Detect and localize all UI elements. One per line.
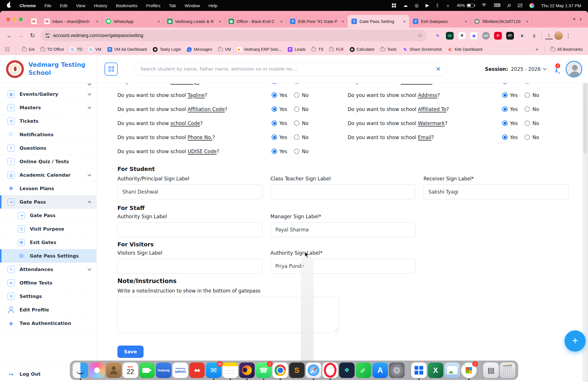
radio-unselected-icon[interactable] [294,120,299,126]
save-button[interactable]: Save [117,346,144,358]
menu-tab[interactable]: Tab [169,3,176,8]
dock-app-facetime[interactable] [139,362,155,378]
radio-yes[interactable]: Yes [502,120,518,126]
sidebar-item-lesson-plans[interactable]: ❖Lesson Plans [0,182,96,195]
radio-unselected-icon[interactable] [525,106,530,112]
reload-button[interactable]: ↻ [28,32,37,39]
tab-exit-gatepass[interactable]: VExit Gatepass× [409,15,471,28]
dock-app-red-diamond-app[interactable]: ◆◆ [189,362,205,378]
menu-window[interactable]: Window [185,3,200,8]
menu-help[interactable]: Help [208,3,217,8]
radio-yes[interactable]: Yes [502,83,518,84]
site-settings-icon[interactable] [45,34,50,37]
apple-menu-icon[interactable] [7,3,11,8]
radio-selected-icon[interactable] [272,92,277,98]
dock-app-system-settings[interactable]: ⚙ [389,362,405,378]
modules-grid-button[interactable] [105,63,118,76]
notifications-button[interactable]: 0 [556,66,557,72]
menu-view[interactable]: View [76,3,85,8]
user-avatar[interactable] [566,61,582,77]
keyboard-icon[interactable]: ⌨ [494,3,500,8]
bookmark-calculator[interactable]: ⊕Calculator [350,47,375,52]
dock-app-app-store[interactable]: A [372,362,388,378]
sidebar-item-notifications[interactable]: ⚐Notifications [0,128,96,141]
wifi-icon[interactable] [481,3,487,8]
menu-bookmarks[interactable]: Bookmarks [116,3,138,8]
sidebar-item-questions[interactable]: ?Questions [0,141,96,155]
sidebar-item-online-quiz-tests[interactable]: ✓Online Quiz / Tests [0,155,96,168]
spotlight-icon[interactable]: ⚲ [506,2,512,9]
tab-close-icon[interactable]: × [280,19,283,24]
clipboard-icon[interactable]: ▯ [530,32,538,40]
sidebar-item-tickets[interactable]: ✉Tickets [0,114,96,128]
bookmark-share-screenshot[interactable]: ✎Share Screenshot [403,47,442,52]
field-input[interactable] [270,222,415,237]
radio-unselected-icon[interactable] [525,120,530,126]
radio-unselected-icon[interactable] [294,135,299,140]
zoom-window-button[interactable] [19,17,23,21]
bookmark-vm[interactable]: GVM [88,47,101,52]
radio-yes[interactable]: Yes [272,83,287,84]
search-input[interactable] [140,66,433,72]
forward-button[interactable]: → [16,32,26,39]
radio-unselected-icon[interactable] [525,83,530,84]
dock-app-safari[interactable] [306,362,321,378]
radio-selected-icon[interactable] [272,106,277,112]
radio-selected-icon[interactable] [502,106,508,112]
tab-close-icon[interactable]: × [403,19,406,24]
radio-no[interactable]: No [525,106,539,112]
sidebar-item-exit-gates[interactable]: ⅢExit Gates [0,236,96,249]
radio-yes[interactable]: Yes [272,92,287,98]
bookmarks-overflow-chevron[interactable]: » [536,47,538,52]
dock-app-notes[interactable] [223,362,238,378]
menu-bar-clock[interactable]: Thu 22 May 1:37 PM [541,3,581,8]
bookmark-messages[interactable]: …Messages [187,47,212,52]
school-brand[interactable]: Vedmarg Testing School [0,55,97,83]
highlighter-icon[interactable]: ✎ [434,32,442,40]
radio-yes[interactable]: Yes [272,149,287,154]
sidebar-item-gate-pass-settings[interactable]: ⚙Gate Pass Settings [0,249,96,263]
dock-app-contacts[interactable] [106,362,121,378]
field-input[interactable] [270,259,415,274]
apps-grid-icon[interactable] [5,47,10,52]
dock-app-windows-11[interactable] [411,362,427,378]
bookmark-leads[interactable]: PLeads [288,47,305,52]
tab-close-icon[interactable]: × [525,19,529,24]
radio-no[interactable]: No [525,135,539,140]
sidebar-item-two-authentication[interactable]: ◈Two Authentication [0,317,96,330]
omnibox[interactable]: account.vedmarg.com/user/gatepass/settin… [41,30,427,41]
field-input[interactable] [117,259,262,274]
wave-icon[interactable]: W [446,32,454,40]
bookmark-td[interactable]: GTD [70,47,82,52]
radio-unselected-icon[interactable] [294,83,299,84]
radio-no[interactable]: No [525,83,539,84]
tab-whatsapp[interactable]: ☎WhatsApp× [102,15,163,28]
dock-app-trash[interactable] [500,362,515,378]
menu-file[interactable]: File [45,3,51,8]
back-button[interactable]: ← [5,32,14,39]
browser-menu-icon[interactable]: ⋮ [566,32,571,39]
radio-yes[interactable]: Yes [502,135,518,140]
radio-no[interactable]: No [294,92,308,98]
hindi-input-icon[interactable]: अ [458,32,466,40]
menu-profiles[interactable]: Profiles [146,3,160,8]
bookmark-tasky-login[interactable]: ⊕Tasky Login [153,47,181,52]
dock-app-printer[interactable]: ▤ [483,362,499,378]
dock-app-excel[interactable]: X [428,362,443,378]
tongs-icon[interactable]: ⋔ [518,32,526,40]
radio-no[interactable]: No [294,149,308,154]
dock-app-creative-swirl[interactable] [89,362,105,378]
tab-5fb46ee18c2ef7120[interactable]: ⊕5fb46ee18c2ef7120× [471,15,532,28]
radio-yes[interactable]: Yes [502,92,518,98]
radio-no[interactable]: No [294,120,308,126]
radio-no[interactable]: No [525,92,539,98]
field-input[interactable] [117,184,262,199]
tiles-icon[interactable] [392,3,396,8]
student-search[interactable]: × [134,63,447,76]
radio-yes[interactable]: Yes [272,135,287,140]
screenshot-icon[interactable]: ◉ [470,32,478,40]
tab-vedmarg-leads-r[interactable]: ▦Vedmarg Leads & R× [163,15,225,28]
bookmark-kite-dashboard[interactable]: KKite Dashboard [448,47,483,52]
bookmark-td-office[interactable]: TD Office [40,47,64,52]
sidebar-item-edit-profile[interactable]: Edit Profile [0,303,96,317]
